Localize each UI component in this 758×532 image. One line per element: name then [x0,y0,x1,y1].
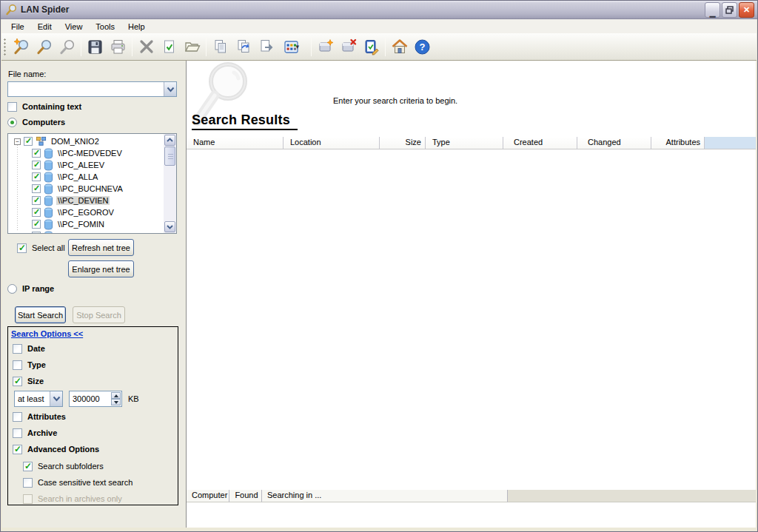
computers-label[interactable]: Computers [22,118,65,127]
archive-checkbox[interactable] [13,428,22,438]
scroll-down-button[interactable] [164,221,175,232]
advanced-options-checkbox[interactable] [13,445,22,454]
help-button[interactable]: ? [411,36,434,58]
ip-range-label[interactable]: IP range [22,284,54,293]
tree-checkbox[interactable] [32,149,41,158]
spin-up-button[interactable] [111,392,121,399]
column-header-type[interactable]: Type [426,137,503,149]
size-value-spinner[interactable]: 300000 [69,391,122,407]
menu-tools[interactable]: Tools [89,21,121,33]
size-checkbox[interactable] [13,377,22,386]
computers-radio[interactable] [7,118,17,127]
attributes-label[interactable]: Attributes [27,412,66,421]
status-column-computer[interactable]: Computer [187,490,229,502]
tree-node-label[interactable]: \\PC-MEDVEDEV [56,149,124,158]
file-name-dropdown-button[interactable] [164,82,176,96]
column-header-attributes[interactable]: Attributes [651,137,705,149]
select-all-label[interactable]: Select all [32,243,65,252]
home-button[interactable] [388,36,411,58]
delete-button[interactable] [135,36,158,58]
tree-collapse-icon[interactable]: − [14,138,21,145]
subfolders-checkbox[interactable] [23,462,33,471]
move-button[interactable] [232,36,255,58]
type-checkbox[interactable] [13,360,22,370]
scrollbar-thumb[interactable] [164,147,175,166]
restore-button[interactable] [722,2,737,18]
tree-node-label[interactable]: \\PC_BUCHNEVA [56,184,124,193]
tree-node-label[interactable]: DOM_KNIO2 [50,137,101,146]
tree-checkbox[interactable] [32,220,41,229]
tree-checkbox[interactable] [32,161,41,169]
columns-view-button[interactable]: ▾ [278,36,309,58]
columns-dropdown-icon[interactable]: ▾ [296,43,303,50]
containing-text-checkbox[interactable] [7,102,17,112]
status-column-searching[interactable]: Searching in ... [262,490,508,502]
panel-splitter[interactable] [181,61,186,528]
menu-view[interactable]: View [58,21,90,33]
search-button[interactable] [33,36,56,58]
column-header-changed[interactable]: Changed [577,137,651,149]
tree-checkbox[interactable] [32,172,41,181]
case-sensitive-label[interactable]: Case sensitive text search [38,478,133,487]
date-label[interactable]: Date [27,344,45,353]
containing-text-label[interactable]: Containing text [22,102,81,111]
results-list-area[interactable] [187,149,756,490]
tree-node-label[interactable]: \\PC_DEVIEN [56,196,110,205]
tree-node-label[interactable]: \\PC_ALLA [56,172,99,181]
size-operator-dropdown-button[interactable] [50,391,62,406]
tree-node-label[interactable]: \\PC_GORLOV [56,232,115,234]
menu-help[interactable]: Help [121,21,152,33]
menu-edit[interactable]: Edit [31,21,58,33]
tree-node-label[interactable]: \\PC_ALEEV [56,161,106,169]
verify-results-button[interactable] [158,36,181,58]
select-all-checkbox[interactable] [17,243,27,253]
size-label[interactable]: Size [27,377,44,385]
size-value[interactable]: 300000 [70,394,111,403]
title-bar[interactable]: LAN Spider ▁ ✕ [1,1,757,19]
column-header-name[interactable]: Name [187,137,284,149]
copy-button[interactable] [209,36,232,58]
spin-down-button[interactable] [111,399,121,405]
add-computer-button[interactable] [314,36,337,58]
file-name-input[interactable] [8,82,164,96]
toolbar-grip[interactable] [4,38,6,55]
tree-node-label[interactable]: \\PC_FOMIN [56,220,106,229]
enlarge-net-tree-button[interactable]: Enlarge net tree [68,260,134,277]
advanced-options-label[interactable]: Advanced Options [27,445,99,454]
tree-root-checkbox[interactable] [24,137,33,146]
column-header-location[interactable]: Location [284,137,380,149]
archive-label[interactable]: Archive [27,428,57,437]
menu-file[interactable]: File [4,21,31,33]
tree-checkbox[interactable] [32,196,41,205]
remove-computer-button[interactable] [337,36,360,58]
close-button[interactable]: ✕ [739,2,754,18]
case-sensitive-checkbox[interactable] [23,478,33,488]
new-search-button[interactable] [10,36,33,58]
file-name-combobox[interactable] [7,81,177,97]
type-label[interactable]: Type [27,360,46,369]
attributes-checkbox[interactable] [13,412,22,422]
open-folder-button[interactable] [181,36,204,58]
start-search-button[interactable]: Start Search [15,306,66,323]
ip-range-radio[interactable] [7,284,17,294]
column-header-created[interactable]: Created [503,137,577,149]
stop-search-button[interactable] [56,36,78,58]
options-button[interactable] [360,36,383,58]
subfolders-label[interactable]: Search subfolders [38,462,104,471]
search-options-toggle-link[interactable]: Search Options << [11,329,83,338]
refresh-net-tree-button[interactable]: Refresh net tree [68,239,134,256]
tree-checkbox[interactable] [32,208,41,217]
tree-scrollbar[interactable] [164,134,176,233]
tree-checkbox[interactable] [32,232,41,234]
minimize-button[interactable]: ▁ [705,2,720,18]
tree-checkbox[interactable] [32,184,41,193]
status-column-found[interactable]: Found [229,490,262,502]
date-checkbox[interactable] [13,344,22,354]
tree-node-label[interactable]: \\PC_EGOROV [56,208,115,217]
column-header-size[interactable]: Size [380,137,426,149]
export-button[interactable] [255,36,278,58]
print-button[interactable] [107,36,130,58]
scroll-up-button[interactable] [164,135,175,146]
size-operator-combobox[interactable]: at least [14,391,63,407]
save-button[interactable] [84,36,107,58]
